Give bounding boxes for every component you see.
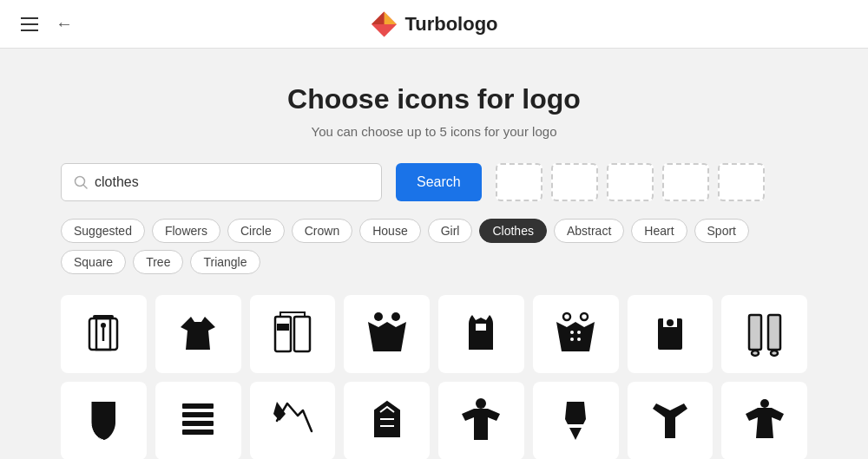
icon-card-14[interactable]: [533, 382, 619, 459]
icon-card-11[interactable]: [250, 382, 336, 459]
search-box: [61, 163, 382, 201]
svg-rect-26: [749, 315, 761, 350]
svg-rect-35: [565, 424, 586, 428]
tag-crown[interactable]: Crown: [292, 219, 352, 243]
icon-card-12[interactable]: [344, 382, 430, 459]
svg-rect-12: [294, 317, 310, 351]
icon-slot-2[interactable]: [551, 163, 598, 201]
icon-slot-4[interactable]: [662, 163, 709, 201]
icon-card-16[interactable]: [721, 382, 807, 459]
svg-point-36: [760, 399, 769, 408]
icon-card-1[interactable]: [61, 295, 147, 373]
icon-card-6[interactable]: [533, 295, 619, 373]
logo: Turbologo: [370, 10, 497, 38]
tag-suggested[interactable]: Suggested: [61, 219, 145, 243]
svg-marker-1: [384, 11, 396, 23]
header: ← Turbologo: [0, 0, 868, 49]
svg-point-25: [667, 319, 674, 326]
svg-point-34: [476, 398, 486, 409]
svg-point-21: [570, 338, 574, 341]
icon-card-7[interactable]: [628, 295, 713, 373]
tag-flowers[interactable]: Flowers: [152, 219, 220, 243]
svg-rect-33: [182, 429, 214, 435]
tag-circle[interactable]: Circle: [227, 219, 285, 243]
svg-rect-31: [182, 412, 214, 417]
svg-rect-30: [182, 403, 214, 409]
tag-heart[interactable]: Heart: [631, 219, 687, 243]
svg-point-19: [570, 331, 574, 334]
svg-point-9: [101, 323, 106, 328]
svg-point-22: [577, 338, 581, 341]
svg-rect-16: [476, 324, 486, 331]
icon-slot-3[interactable]: [607, 163, 654, 201]
icon-card-10[interactable]: [155, 382, 241, 459]
svg-rect-32: [182, 421, 214, 426]
svg-point-20: [577, 331, 581, 334]
search-area: Search: [61, 163, 807, 201]
svg-point-15: [391, 312, 400, 321]
icon-card-3[interactable]: [250, 295, 336, 373]
tag-tree[interactable]: Tree: [133, 250, 183, 274]
icon-card-4[interactable]: [344, 295, 430, 373]
menu-button[interactable]: [14, 10, 45, 38]
svg-marker-2: [384, 24, 396, 36]
icons-grid: [61, 295, 807, 459]
svg-point-29: [771, 351, 778, 356]
svg-line-5: [83, 185, 87, 188]
tag-triangle[interactable]: Triangle: [190, 250, 260, 274]
logo-text: Turbologo: [404, 13, 497, 36]
icon-card-15[interactable]: [628, 382, 713, 459]
svg-point-18: [581, 313, 588, 320]
tag-clothes[interactable]: Clothes: [479, 219, 546, 243]
search-button[interactable]: Search: [396, 163, 482, 201]
icon-card-9[interactable]: [61, 382, 147, 459]
search-icon: [74, 175, 88, 189]
tag-sport[interactable]: Sport: [694, 219, 749, 243]
svg-rect-27: [768, 315, 780, 350]
svg-rect-11: [275, 317, 291, 351]
main-content: Choose icons for logo You can choose up …: [43, 49, 825, 459]
tag-girl[interactable]: Girl: [428, 219, 473, 243]
svg-point-17: [563, 313, 570, 320]
icon-card-5[interactable]: [438, 295, 524, 373]
search-input[interactable]: [95, 174, 369, 190]
back-button[interactable]: ←: [49, 7, 80, 41]
tag-square[interactable]: Square: [61, 250, 126, 274]
tag-abstract[interactable]: Abstract: [554, 219, 624, 243]
svg-marker-3: [372, 11, 384, 23]
icon-card-13[interactable]: [438, 382, 524, 459]
page-subtitle: You can choose up to 5 icons for your lo…: [61, 124, 807, 139]
logo-icon: [370, 10, 398, 38]
icon-card-2[interactable]: [155, 295, 241, 373]
svg-rect-13: [277, 324, 289, 331]
page-title: Choose icons for logo: [61, 83, 807, 115]
icon-slot-5[interactable]: [718, 163, 765, 201]
icon-card-8[interactable]: [721, 295, 807, 373]
icon-slots: [496, 163, 765, 201]
svg-point-28: [752, 351, 759, 356]
tag-house[interactable]: House: [359, 219, 420, 243]
icon-slot-1[interactable]: [496, 163, 542, 201]
tags-container: SuggestedFlowersCircleCrownHouseGirlClot…: [61, 219, 807, 274]
svg-point-14: [374, 312, 383, 321]
